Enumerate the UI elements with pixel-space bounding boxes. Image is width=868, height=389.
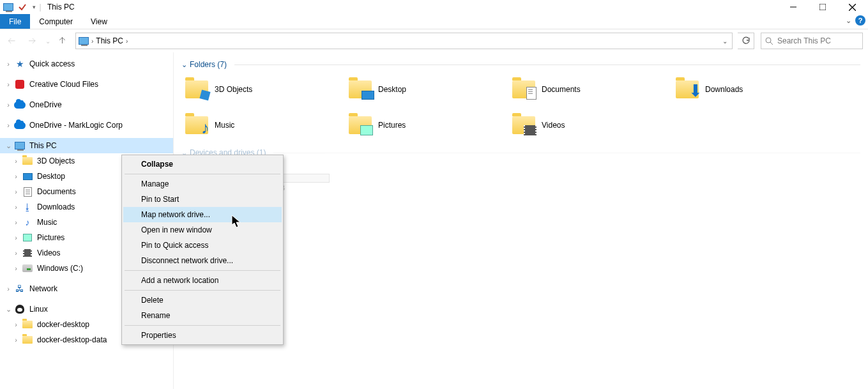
chevron-right-icon[interactable]: ›	[11, 218, 20, 226]
nav-recent-dropdown[interactable]: ⌄	[43, 32, 52, 50]
music-icon: ♪	[22, 217, 33, 227]
chevron-right-icon[interactable]: ›	[4, 80, 13, 88]
chevron-right-icon[interactable]: ›	[4, 121, 13, 129]
folder-icon: ⬇	[674, 77, 700, 102]
tux-icon	[14, 305, 26, 314]
help-icon[interactable]: ?	[855, 15, 865, 26]
address-bar[interactable]: › This PC › ⌄	[75, 33, 733, 49]
folder-label: Downloads	[705, 85, 743, 94]
search-placeholder: Search This PC	[777, 36, 831, 45]
qat-item-2[interactable]	[15, 0, 29, 14]
chevron-right-icon[interactable]: ›	[11, 172, 20, 180]
qat-dropdown[interactable]: ▾	[29, 0, 38, 14]
ctx-collapse[interactable]: Collapse	[123, 156, 282, 172]
ctx-pin-to-start[interactable]: Pin to Start	[123, 192, 282, 207]
nav-back-button[interactable]: 🡠	[3, 32, 20, 50]
context-menu: Collapse Manage Pin to Start Map network…	[121, 155, 284, 345]
ctx-pin-to-quick-access[interactable]: Pin to Quick access	[123, 238, 282, 253]
folder-music[interactable]: ♪ Music	[181, 107, 345, 143]
folder-label: 3D Objects	[215, 85, 252, 94]
tab-file[interactable]: File	[0, 14, 30, 29]
folder-label: Music	[215, 121, 234, 130]
tab-view[interactable]: View	[82, 14, 116, 29]
address-history-dropdown[interactable]: ⌄	[718, 33, 732, 49]
chevron-down-icon[interactable]: ⌄	[4, 142, 13, 150]
refresh-button[interactable]	[738, 33, 754, 49]
titlebar: ▾ | This PC	[0, 0, 868, 14]
network-icon: 🖧	[14, 284, 26, 294]
nav-forward-button[interactable]: 🡢	[23, 32, 41, 50]
drive-icon	[22, 264, 33, 272]
search-input[interactable]: Search This PC	[761, 33, 863, 49]
folder-pictures[interactable]: Pictures	[345, 107, 508, 143]
breadcrumb-segment[interactable]: This PC ›	[93, 33, 130, 49]
ctx-properties[interactable]: Properties	[123, 328, 282, 343]
tree-this-pc[interactable]: ⌄This PC	[0, 138, 173, 153]
close-button[interactable]	[837, 0, 867, 14]
chevron-right-icon[interactable]: ›	[11, 157, 20, 165]
chevron-right-icon[interactable]: ›	[4, 101, 13, 109]
tree-quick-access[interactable]: ›★Quick access	[0, 56, 173, 72]
ctx-rename[interactable]: Rename	[123, 308, 282, 323]
chevron-right-icon[interactable]: ›	[126, 38, 128, 45]
section-folders-header[interactable]: ⌄ Folders (7)	[181, 60, 860, 69]
video-icon	[22, 249, 33, 257]
star-icon: ★	[14, 59, 26, 69]
tree-onedrive-marklogic[interactable]: ›OneDrive - MarkLogic Corp	[0, 118, 173, 133]
chevron-down-icon: ⌄	[181, 61, 187, 69]
address-icon	[76, 37, 91, 45]
ctx-open-in-new-window[interactable]: Open in new window	[123, 222, 282, 238]
creative-cloud-icon	[14, 80, 26, 89]
chevron-right-icon[interactable]: ›	[11, 188, 20, 195]
minimize-button[interactable]	[779, 0, 808, 14]
chevron-right-icon[interactable]: ›	[11, 234, 20, 241]
search-icon	[765, 37, 773, 45]
folder-icon	[511, 112, 537, 138]
ctx-delete[interactable]: Delete	[123, 293, 282, 308]
folder-icon	[22, 157, 33, 165]
navbar: 🡠 🡢 ⌄ 🡡 › This PC › ⌄ Search This PC	[0, 29, 868, 52]
desktop-icon	[22, 173, 33, 180]
folder-icon: ♪	[184, 112, 209, 138]
section-folders-label: Folders (7)	[190, 60, 227, 69]
svg-point-4	[766, 38, 771, 43]
folder-3d-objects[interactable]: 3D Objects	[181, 72, 345, 107]
svg-rect-6	[199, 89, 210, 100]
folder-label: Documents	[542, 85, 581, 94]
folder-icon	[22, 321, 33, 328]
ribbon-expand-icon[interactable]: ⌄	[846, 17, 851, 25]
nav-up-button[interactable]: 🡡	[55, 33, 70, 49]
svg-line-5	[770, 42, 773, 45]
svg-rect-1	[819, 4, 826, 10]
folder-desktop[interactable]: Desktop	[345, 72, 508, 107]
chevron-right-icon[interactable]: ›	[11, 264, 20, 272]
tree-creative-cloud[interactable]: ›Creative Cloud Files	[0, 77, 173, 92]
chevron-right-icon[interactable]: ›	[11, 203, 20, 211]
ctx-map-network-drive[interactable]: Map network drive...	[123, 207, 282, 222]
folder-icon	[347, 77, 373, 102]
cloud-icon	[14, 122, 26, 129]
qat-item-1[interactable]	[1, 0, 15, 14]
tab-computer[interactable]: Computer	[30, 14, 82, 29]
chevron-right-icon[interactable]: ›	[11, 249, 20, 257]
maximize-button[interactable]	[808, 0, 837, 14]
breadcrumb-label: This PC	[96, 36, 123, 45]
tree-onedrive[interactable]: ›OneDrive	[0, 97, 173, 112]
folder-videos[interactable]: Videos	[508, 107, 672, 143]
chevron-right-icon[interactable]: ›	[4, 60, 13, 68]
ctx-disconnect-network-drive[interactable]: Disconnect network drive...	[123, 253, 282, 268]
ctx-manage[interactable]: Manage	[123, 176, 282, 192]
ctx-add-network-location[interactable]: Add a network location	[123, 273, 282, 288]
chevron-down-icon[interactable]: ⌄	[4, 305, 13, 314]
folder-icon	[184, 77, 209, 102]
folder-documents[interactable]: Documents	[508, 72, 672, 107]
picture-icon	[22, 234, 33, 241]
cloud-icon	[14, 102, 26, 109]
chevron-right-icon[interactable]: ›	[11, 321, 20, 328]
ribbon: File Computer View ⌄ ?	[0, 14, 868, 29]
folder-label: Desktop	[378, 85, 406, 94]
chevron-right-icon[interactable]: ›	[4, 285, 13, 293]
chevron-right-icon[interactable]: ›	[11, 336, 20, 344]
folder-downloads[interactable]: ⬇ Downloads	[672, 72, 835, 107]
folder-icon	[22, 336, 33, 344]
